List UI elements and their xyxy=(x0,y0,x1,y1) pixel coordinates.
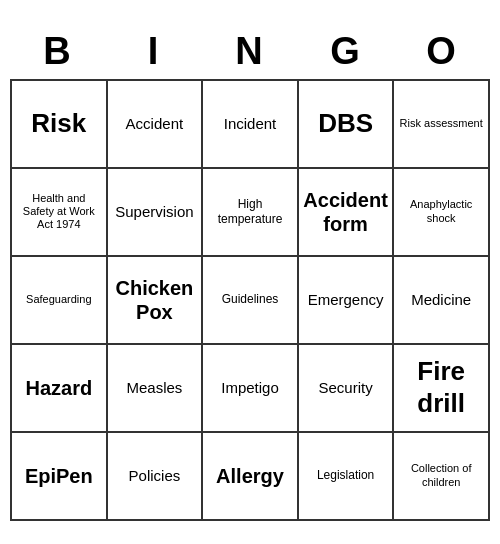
bingo-grid: RiskAccidentIncidentDBSRisk assessmentHe… xyxy=(10,79,490,521)
header-letter: N xyxy=(202,24,298,79)
cell-text: Measles xyxy=(126,379,182,397)
cell-text: Impetigo xyxy=(221,379,279,397)
cell-r1-c3[interactable]: Accident form xyxy=(299,169,395,257)
header-letter: B xyxy=(10,24,106,79)
header-letter: O xyxy=(394,24,490,79)
cell-r4-c0[interactable]: EpiPen xyxy=(12,433,108,521)
cell-r3-c4[interactable]: Fire drill xyxy=(394,345,490,433)
cell-r3-c1[interactable]: Measles xyxy=(108,345,204,433)
cell-r0-c4[interactable]: Risk assessment xyxy=(394,81,490,169)
cell-r3-c0[interactable]: Hazard xyxy=(12,345,108,433)
cell-text: Guidelines xyxy=(222,292,279,306)
cell-text: Safeguarding xyxy=(26,293,91,306)
cell-text: Risk xyxy=(31,108,86,139)
cell-r2-c4[interactable]: Medicine xyxy=(394,257,490,345)
cell-r2-c2[interactable]: Guidelines xyxy=(203,257,299,345)
cell-r4-c4[interactable]: Collection of children xyxy=(394,433,490,521)
cell-text: Collection of children xyxy=(398,462,484,488)
header-letter: I xyxy=(106,24,202,79)
cell-text: Medicine xyxy=(411,291,471,309)
cell-text: Chicken Pox xyxy=(112,276,198,324)
cell-r2-c0[interactable]: Safeguarding xyxy=(12,257,108,345)
cell-text: Accident xyxy=(126,115,184,133)
cell-text: Accident form xyxy=(303,188,389,236)
cell-text: Health and Safety at Work Act 1974 xyxy=(16,192,102,232)
bingo-header: BINGO xyxy=(10,24,490,79)
cell-text: Supervision xyxy=(115,203,193,221)
cell-text: EpiPen xyxy=(25,464,93,488)
cell-r3-c2[interactable]: Impetigo xyxy=(203,345,299,433)
cell-r1-c2[interactable]: High temperature xyxy=(203,169,299,257)
header-letter: G xyxy=(298,24,394,79)
cell-r4-c1[interactable]: Policies xyxy=(108,433,204,521)
cell-text: Emergency xyxy=(308,291,384,309)
cell-r4-c3[interactable]: Legislation xyxy=(299,433,395,521)
cell-r3-c3[interactable]: Security xyxy=(299,345,395,433)
bingo-card: BINGO RiskAccidentIncidentDBSRisk assess… xyxy=(10,24,490,521)
cell-r4-c2[interactable]: Allergy xyxy=(203,433,299,521)
cell-r0-c0[interactable]: Risk xyxy=(12,81,108,169)
cell-r1-c0[interactable]: Health and Safety at Work Act 1974 xyxy=(12,169,108,257)
cell-r0-c2[interactable]: Incident xyxy=(203,81,299,169)
cell-r1-c4[interactable]: Anaphylactic shock xyxy=(394,169,490,257)
cell-text: Hazard xyxy=(25,376,92,400)
cell-text: Allergy xyxy=(216,464,284,488)
cell-text: Incident xyxy=(224,115,277,133)
cell-text: Risk assessment xyxy=(400,117,483,130)
cell-text: Security xyxy=(319,379,373,397)
cell-r0-c1[interactable]: Accident xyxy=(108,81,204,169)
cell-text: Policies xyxy=(129,467,181,485)
cell-r1-c1[interactable]: Supervision xyxy=(108,169,204,257)
cell-text: Fire drill xyxy=(398,356,484,418)
cell-r2-c1[interactable]: Chicken Pox xyxy=(108,257,204,345)
cell-r0-c3[interactable]: DBS xyxy=(299,81,395,169)
cell-text: DBS xyxy=(318,108,373,139)
cell-text: High temperature xyxy=(207,197,293,226)
cell-r2-c3[interactable]: Emergency xyxy=(299,257,395,345)
cell-text: Legislation xyxy=(317,468,374,482)
cell-text: Anaphylactic shock xyxy=(398,198,484,224)
